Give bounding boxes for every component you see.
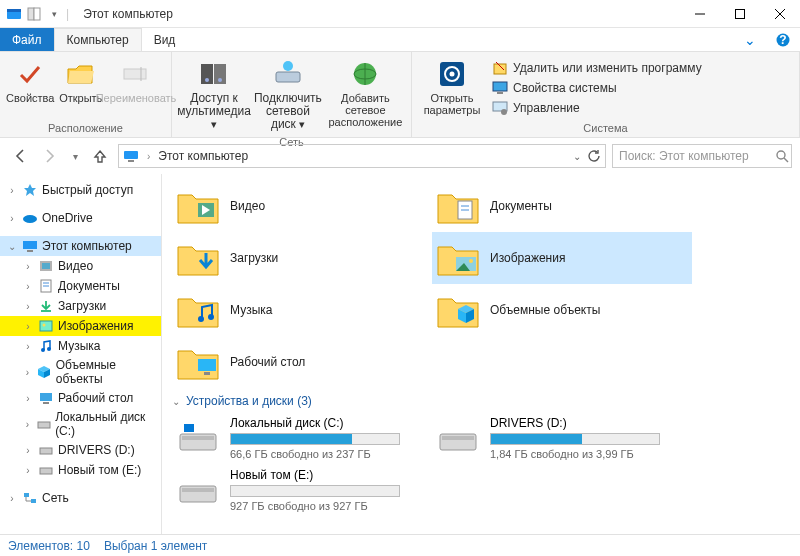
folder-label: Музыка [230, 303, 272, 317]
svg-rect-3 [34, 8, 40, 20]
recent-dropdown[interactable]: ▾ [68, 144, 82, 168]
drive-name: Локальный диск (C:) [230, 416, 428, 430]
maximize-button[interactable] [720, 0, 760, 28]
svg-rect-39 [42, 263, 50, 269]
drive-icon [37, 416, 51, 432]
svg-point-23 [450, 72, 455, 77]
manage-button[interactable]: Управление [488, 98, 706, 118]
tree-3dobjects[interactable]: ›Объемные объекты [0, 356, 161, 388]
drive-name: DRIVERS (D:) [490, 416, 688, 430]
nav-tree[interactable]: ›Быстрый доступ ›OneDrive ⌄Этот компьюте… [0, 174, 162, 534]
drive-name: Новый том (E:) [230, 468, 428, 482]
manage-icon [492, 100, 508, 116]
folder-label: Изображения [490, 251, 565, 265]
drive-tile[interactable]: DRIVERS (D:)1,84 ГБ свободно из 3,99 ГБ [432, 412, 692, 464]
svg-rect-52 [43, 402, 49, 404]
search-input[interactable] [619, 149, 769, 163]
media-access-button[interactable]: Доступ к мультимедиа ▾ [178, 56, 250, 132]
cloud-icon [22, 210, 38, 226]
map-drive-button[interactable]: Подключить сетевой диск ▾ [252, 56, 324, 134]
search-box[interactable] [612, 144, 792, 168]
svg-point-69 [208, 314, 214, 320]
open-settings-button[interactable]: Открыть параметры [418, 56, 486, 118]
ribbon-collapse-button[interactable]: ⌄ [734, 28, 766, 51]
drive-tile[interactable]: Новый том (E:)927 ГБ свободно из 927 ГБ [172, 464, 432, 516]
drives-header[interactable]: ⌄ Устройства и диски (3) [172, 394, 790, 408]
svg-point-68 [198, 316, 204, 322]
svg-rect-16 [276, 72, 300, 82]
svg-rect-1 [7, 9, 21, 12]
tree-network[interactable]: ›Сеть [0, 488, 161, 508]
folder-pictures[interactable]: Изображения [432, 232, 692, 284]
dropdown-icon[interactable]: ⌄ [573, 151, 581, 162]
tree-this-pc[interactable]: ⌄Этот компьютер [0, 236, 161, 256]
address-bar[interactable]: › Этот компьютер ⌄ [118, 144, 606, 168]
drive-tile[interactable]: Локальный диск (C:)66,6 ГБ свободно из 2… [172, 412, 432, 464]
tree-drivers-d[interactable]: ›DRIVERS (D:) [0, 440, 161, 460]
system-properties-button[interactable]: Свойства системы [488, 78, 706, 98]
folder-objects3d[interactable]: Объемные объекты [432, 284, 692, 336]
folder-label: Загрузки [230, 251, 278, 265]
folder-icon [436, 289, 480, 331]
tree-documents[interactable]: ›Документы [0, 276, 161, 296]
uninstall-icon [492, 60, 508, 76]
pc-icon [22, 238, 38, 254]
search-icon[interactable] [775, 149, 789, 163]
download-icon [38, 298, 54, 314]
folder-videos[interactable]: Видео [172, 180, 432, 232]
tab-computer[interactable]: Компьютер [54, 28, 142, 51]
drive-free-text: 66,6 ГБ свободно из 237 ГБ [230, 448, 428, 460]
tree-local-c[interactable]: ›Локальный диск (C:) [0, 408, 161, 440]
up-button[interactable] [88, 144, 112, 168]
svg-rect-2 [28, 8, 34, 20]
content-area[interactable]: ВидеоДокументыЗагрузкиИзображенияМузыкаО… [162, 174, 800, 534]
minimize-button[interactable] [680, 0, 720, 28]
uninstall-button[interactable]: Удалить или изменить программу [488, 58, 706, 78]
chevron-down-icon: ⌄ [172, 396, 180, 407]
folder-desktop[interactable]: Рабочий стол [172, 336, 432, 388]
rename-button[interactable]: Переименовать [107, 56, 165, 106]
rename-icon [120, 58, 152, 90]
music-icon [38, 338, 54, 354]
svg-point-47 [47, 347, 51, 351]
tree-quick-access[interactable]: ›Быстрый доступ [0, 180, 161, 200]
group-location-label: Расположение [0, 120, 171, 137]
properties-button[interactable]: Свойства [6, 56, 55, 106]
refresh-button[interactable] [587, 149, 601, 163]
folder-downloads[interactable]: Загрузки [172, 232, 432, 284]
svg-point-17 [283, 61, 293, 71]
forward-button[interactable] [38, 144, 62, 168]
drive-free-text: 927 ГБ свободно из 927 ГБ [230, 500, 428, 512]
folder-documents[interactable]: Документы [432, 180, 692, 232]
picture-icon [38, 318, 54, 334]
qat-item[interactable] [26, 6, 42, 22]
tab-file[interactable]: Файл [0, 28, 54, 51]
tree-desktop[interactable]: ›Рабочий стол [0, 388, 161, 408]
tab-view[interactable]: Вид [142, 28, 188, 51]
back-button[interactable] [8, 144, 32, 168]
tree-music[interactable]: ›Музыка [0, 336, 161, 356]
drive-free-text: 1,84 ГБ свободно из 3,99 ГБ [490, 448, 688, 460]
gear-icon [436, 58, 468, 90]
folder-label: Объемные объекты [490, 303, 600, 317]
help-button[interactable]: ? [766, 28, 800, 51]
folder-icon [436, 185, 480, 227]
tree-newvol-e[interactable]: ›Новый том (E:) [0, 460, 161, 480]
tree-onedrive[interactable]: ›OneDrive [0, 208, 161, 228]
svg-rect-53 [38, 422, 50, 428]
folder-music[interactable]: Музыка [172, 284, 432, 336]
drive-icon [38, 442, 54, 458]
document-icon [38, 278, 54, 294]
close-button[interactable] [760, 0, 800, 28]
status-bar: Элементов: 10 Выбран 1 элемент [0, 534, 800, 556]
breadcrumb[interactable]: Этот компьютер [158, 149, 248, 163]
tree-downloads[interactable]: ›Загрузки [0, 296, 161, 316]
tree-videos[interactable]: ›Видео [0, 256, 161, 276]
folder-icon [176, 237, 220, 279]
qat-dropdown-icon[interactable]: ▾ [46, 6, 62, 22]
tree-pictures[interactable]: ›Изображения [0, 316, 161, 336]
desktop-icon [38, 390, 54, 406]
add-network-location-button[interactable]: Добавить сетевое расположение [326, 56, 405, 130]
drive-icon [436, 416, 480, 458]
video-icon [38, 258, 54, 274]
